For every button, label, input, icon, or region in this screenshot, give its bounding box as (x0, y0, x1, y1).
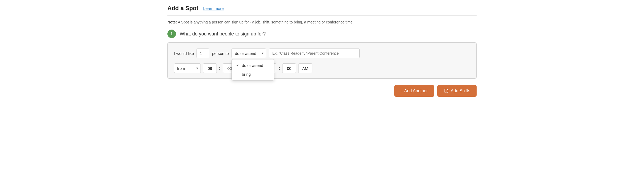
clock-icon (444, 88, 449, 93)
step-1-question: What do you want people to sign up for? (180, 31, 266, 37)
person-to-label: person to (212, 51, 229, 56)
learn-more-link[interactable]: Learn more (203, 6, 224, 11)
end-am-button[interactable]: AM (298, 63, 312, 73)
note-text: A Spot is anything a person can sign up … (177, 20, 354, 24)
add-another-label: + Add Another (401, 88, 428, 93)
form-card: I would like person to do or attend ▼ ✓ … (167, 42, 477, 79)
from-select[interactable]: from anytime (174, 63, 201, 73)
action-dropdown-trigger[interactable]: do or attend (231, 49, 266, 58)
add-shifts-label: Add Shifts (451, 88, 470, 93)
step-1-row: 1 What do you want people to sign up for… (167, 30, 477, 38)
page-title: Add a Spot (167, 5, 198, 12)
person-count-input[interactable] (197, 49, 209, 58)
note-bar: Note: A Spot is anything a person can si… (167, 20, 477, 24)
dropdown-item-label: do or attend (242, 63, 263, 68)
time-row: from anytime ▼ : AM to : AM (174, 63, 470, 73)
page-header: Add a Spot Learn more (167, 5, 477, 16)
action-dropdown-value: do or attend (235, 51, 256, 56)
dropdown-item-label-bring: bring (242, 72, 251, 77)
dropdown-item-do-or-attend[interactable]: ✓ do or attend (232, 61, 274, 70)
spot-form-row: I would like person to do or attend ▼ ✓ … (174, 49, 470, 58)
from-select-wrapper: from anytime ▼ (174, 63, 201, 73)
start-hour-input[interactable] (203, 63, 217, 73)
dropdown-item-bring[interactable]: bring (232, 70, 274, 79)
step-badge-1: 1 (167, 30, 176, 38)
add-shifts-button[interactable]: Add Shifts (437, 85, 477, 97)
time-colon-start: : (219, 66, 221, 71)
check-icon: ✓ (236, 63, 240, 67)
end-minute-input[interactable] (282, 63, 296, 73)
note-label: Note: (167, 20, 177, 24)
action-dropdown-menu: ✓ do or attend bring (231, 59, 274, 81)
i-would-like-label: I would like (174, 51, 194, 56)
time-colon-end: : (278, 66, 280, 71)
action-dropdown-wrapper: do or attend ▼ ✓ do or attend bring (231, 49, 266, 58)
buttons-row: + Add Another Add Shifts (167, 85, 477, 97)
add-another-button[interactable]: + Add Another (394, 85, 434, 97)
spot-name-input[interactable] (269, 49, 360, 58)
